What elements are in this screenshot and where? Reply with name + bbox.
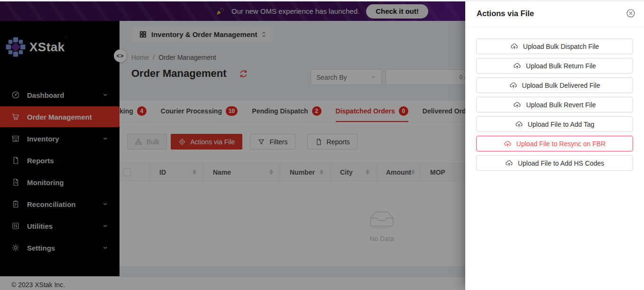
app-window: Our new OMS experience has launched. Che…: [0, 0, 644, 290]
drawer-mask[interactable]: [0, 0, 465, 290]
cloud-upload-icon: [510, 42, 518, 50]
cloud-upload-icon: [504, 140, 512, 148]
upload-file-to-resync-on-fbr-button[interactable]: Upload File to Resync on FBR: [476, 136, 633, 151]
cloud-upload-icon: [509, 81, 517, 89]
upload-bulk-revert-file-button[interactable]: Upload Bulk Revert File: [476, 97, 633, 112]
upload-bulk-delivered-file-button[interactable]: Upload Bulk Delivered File: [476, 77, 633, 93]
upload-file-to-add-hs-codes-button[interactable]: Upload File to Add HS Codes: [476, 155, 633, 171]
actions-via-file-drawer: Actions via File Upload Bulk Dispatch Fi…: [465, 0, 644, 290]
top-hairline: [0, 0, 644, 1]
close-circle-icon[interactable]: [626, 8, 636, 19]
cloud-upload-icon: [505, 159, 513, 167]
cloud-upload-icon: [513, 62, 521, 70]
upload-bulk-dispatch-file-button[interactable]: Upload Bulk Dispatch File: [476, 38, 633, 54]
upload-bulk-return-file-button[interactable]: Upload Bulk Return File: [476, 58, 633, 74]
cloud-upload-icon: [513, 101, 521, 109]
drawer-body: Upload Bulk Dispatch File Upload Bulk Re…: [465, 27, 644, 186]
cloud-upload-icon: [515, 120, 523, 128]
upload-file-to-add-tag-button[interactable]: Upload File to Add Tag: [476, 116, 633, 132]
drawer-title: Actions via File: [477, 9, 534, 18]
